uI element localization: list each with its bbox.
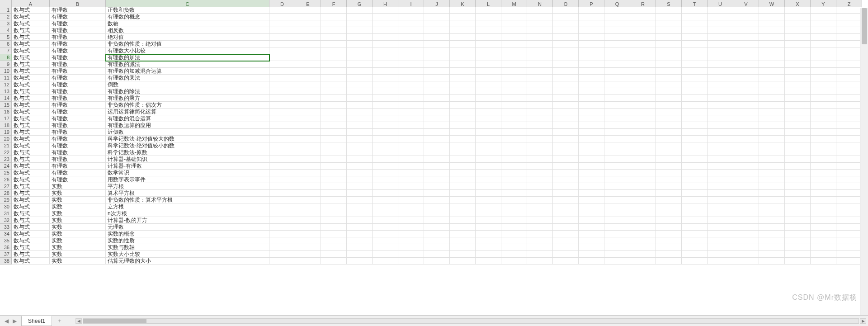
cell[interactable]: 有理数 xyxy=(50,54,106,61)
cell[interactable] xyxy=(269,237,295,244)
cell[interactable] xyxy=(398,142,424,149)
cell[interactable] xyxy=(553,183,579,190)
cell[interactable]: 数与式 xyxy=(12,183,50,190)
cell[interactable] xyxy=(527,102,553,109)
cell[interactable] xyxy=(656,95,682,102)
cell[interactable] xyxy=(321,149,347,156)
cell[interactable] xyxy=(553,88,579,95)
grid-viewport[interactable]: ABCDEFGHIJKLMNOPQRSTUVWXYZ1数与式有理数正数和负数2数… xyxy=(0,0,868,315)
cell[interactable] xyxy=(759,251,785,258)
cell[interactable]: 有理数 xyxy=(50,75,106,81)
cell[interactable] xyxy=(321,258,347,265)
cell[interactable] xyxy=(398,156,424,163)
cell[interactable] xyxy=(321,156,347,163)
cell[interactable] xyxy=(785,217,811,224)
cell[interactable]: 数轴 xyxy=(106,20,269,27)
cell[interactable] xyxy=(579,61,604,68)
cell[interactable] xyxy=(476,237,501,244)
cell[interactable] xyxy=(785,129,811,136)
cell[interactable] xyxy=(708,7,733,14)
cell[interactable] xyxy=(708,170,733,176)
cell[interactable] xyxy=(759,81,785,88)
cell[interactable] xyxy=(682,176,708,183)
cell[interactable]: 数与式 xyxy=(12,224,50,231)
cell[interactable] xyxy=(785,149,811,156)
cell[interactable] xyxy=(811,7,836,14)
cell[interactable] xyxy=(347,156,373,163)
cell[interactable] xyxy=(656,170,682,176)
cell[interactable] xyxy=(321,54,347,61)
row-header[interactable]: 16 xyxy=(0,109,12,115)
cell[interactable] xyxy=(398,217,424,224)
cell[interactable] xyxy=(347,54,373,61)
cell[interactable] xyxy=(269,149,295,156)
cell[interactable] xyxy=(450,136,476,142)
cell[interactable] xyxy=(682,163,708,170)
cell[interactable] xyxy=(321,251,347,258)
cell[interactable] xyxy=(321,61,347,68)
cell[interactable] xyxy=(450,129,476,136)
cell[interactable] xyxy=(347,41,373,47)
cell[interactable] xyxy=(527,258,553,265)
cell[interactable]: 数与式 xyxy=(12,163,50,170)
cell[interactable] xyxy=(553,231,579,237)
cell[interactable] xyxy=(450,217,476,224)
cell[interactable] xyxy=(527,251,553,258)
cell[interactable] xyxy=(733,27,759,34)
cell[interactable] xyxy=(321,88,347,95)
cell[interactable] xyxy=(269,258,295,265)
cell[interactable] xyxy=(476,136,501,142)
cell[interactable]: 有理数的乘法 xyxy=(106,75,269,81)
horizontal-scrollbar[interactable]: ◀ ▶ xyxy=(74,316,868,326)
cell[interactable] xyxy=(424,7,450,14)
cell[interactable] xyxy=(347,136,373,142)
cell[interactable] xyxy=(295,34,321,41)
cell[interactable] xyxy=(398,122,424,129)
cell[interactable] xyxy=(553,75,579,81)
cell[interactable] xyxy=(321,190,347,197)
cell[interactable] xyxy=(759,136,785,142)
row-header[interactable]: 32 xyxy=(0,217,12,224)
cell[interactable] xyxy=(321,142,347,149)
row-header[interactable]: 24 xyxy=(0,163,12,170)
cell[interactable] xyxy=(501,142,527,149)
cell[interactable] xyxy=(321,237,347,244)
cell[interactable] xyxy=(811,20,836,27)
cell[interactable] xyxy=(295,258,321,265)
cell[interactable] xyxy=(476,231,501,237)
cell[interactable] xyxy=(295,156,321,163)
cell[interactable]: 实数 xyxy=(50,258,106,265)
cell[interactable] xyxy=(604,27,630,34)
cell[interactable] xyxy=(527,136,553,142)
cell[interactable] xyxy=(321,176,347,183)
cell[interactable] xyxy=(424,251,450,258)
cell[interactable] xyxy=(604,95,630,102)
cell[interactable] xyxy=(295,244,321,251)
cell[interactable] xyxy=(424,203,450,210)
cell[interactable] xyxy=(373,54,398,61)
cell[interactable] xyxy=(759,258,785,265)
cell[interactable] xyxy=(373,197,398,203)
cell[interactable] xyxy=(347,14,373,20)
cell[interactable] xyxy=(501,20,527,27)
cell[interactable] xyxy=(733,95,759,102)
cell[interactable] xyxy=(476,244,501,251)
cell[interactable]: 数与式 xyxy=(12,41,50,47)
cell[interactable] xyxy=(295,210,321,217)
cell[interactable] xyxy=(321,41,347,47)
cell[interactable] xyxy=(398,190,424,197)
cell[interactable] xyxy=(373,136,398,142)
cell[interactable] xyxy=(501,61,527,68)
cell[interactable] xyxy=(759,237,785,244)
cell[interactable]: 实数 xyxy=(50,231,106,237)
cell[interactable] xyxy=(424,210,450,217)
cell[interactable] xyxy=(269,176,295,183)
cell[interactable] xyxy=(347,27,373,34)
cell[interactable] xyxy=(811,217,836,224)
cell[interactable] xyxy=(501,14,527,20)
cell[interactable] xyxy=(579,115,604,122)
cell[interactable]: 有理数 xyxy=(50,115,106,122)
cell[interactable] xyxy=(553,81,579,88)
cell[interactable] xyxy=(321,7,347,14)
cell[interactable] xyxy=(836,102,862,109)
